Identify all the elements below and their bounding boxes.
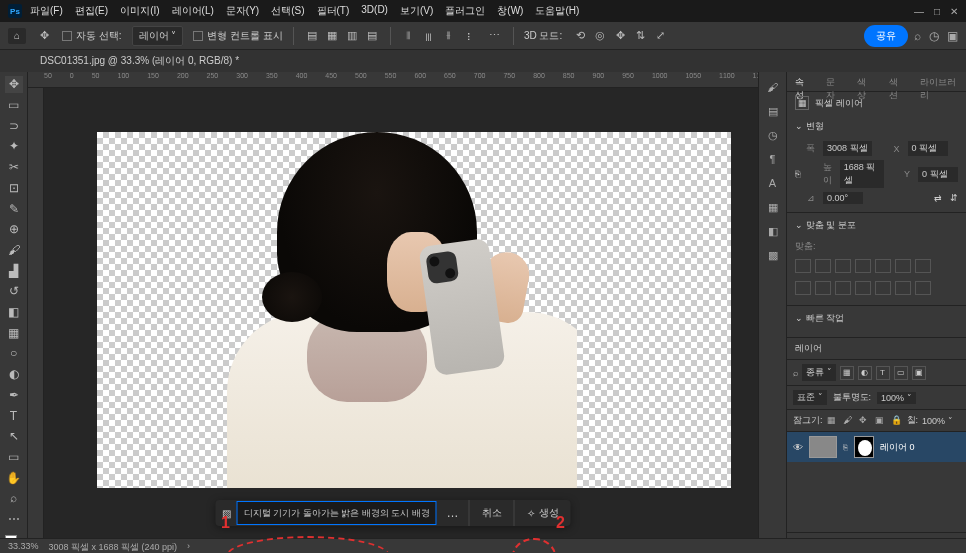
tab-properties[interactable]: 속성 xyxy=(787,72,818,91)
shape-tool[interactable]: ▭ xyxy=(5,449,23,466)
distribute-v-icon[interactable]: ⫼ xyxy=(421,28,437,44)
align-top-icon[interactable] xyxy=(855,259,871,273)
crop-tool[interactable]: ✂ xyxy=(5,159,23,176)
distribute-h-icon[interactable]: ⫶ xyxy=(461,28,477,44)
more-button[interactable]: … xyxy=(437,506,469,520)
cancel-button[interactable]: 취소 xyxy=(469,500,514,526)
align-right-icon[interactable] xyxy=(835,259,851,273)
tab-section[interactable]: 색션 xyxy=(881,72,912,91)
distribute-vcenter-icon[interactable] xyxy=(875,281,891,295)
3d-roll-icon[interactable]: ◎ xyxy=(592,28,608,44)
layers-tab[interactable]: 레이어 xyxy=(787,338,966,360)
fill-value[interactable]: 100% ˅ xyxy=(922,416,953,426)
color-panel-icon[interactable]: ▤ xyxy=(764,102,782,120)
filter-kind-select[interactable]: 종류 ˅ xyxy=(802,364,836,381)
wand-tool[interactable]: ✦ xyxy=(5,138,23,155)
transform-header[interactable]: 변형 xyxy=(787,114,966,139)
zoom-value[interactable]: 33.33% xyxy=(8,541,39,551)
dodge-tool[interactable]: ◐ xyxy=(5,366,23,383)
auto-select-checkbox[interactable] xyxy=(62,31,72,41)
menu-3d[interactable]: 3D(D) xyxy=(361,4,388,18)
brush-tool[interactable]: 🖌 xyxy=(5,242,23,259)
x-value[interactable]: 0 픽셀 xyxy=(908,141,948,156)
align-left-icon[interactable] xyxy=(795,259,811,273)
blur-tool[interactable]: ○ xyxy=(5,345,23,362)
width-value[interactable]: 3008 픽셀 xyxy=(823,141,872,156)
layer-row[interactable]: 👁 ⎘ 레이어 0 xyxy=(787,432,966,462)
lock-transparent-icon[interactable]: ▦ xyxy=(827,415,839,427)
type-tool[interactable]: T xyxy=(5,407,23,424)
layer-type-select[interactable]: 레이어 ˅ xyxy=(132,26,184,46)
share-button[interactable]: 공유 xyxy=(864,25,908,47)
glyphs-panel-icon[interactable]: A xyxy=(764,174,782,192)
angle-value[interactable]: 0.00° xyxy=(823,192,863,204)
menu-view[interactable]: 보기(V) xyxy=(400,4,433,18)
brushes-panel-icon[interactable]: 🖌 xyxy=(764,78,782,96)
eraser-tool[interactable]: ◧ xyxy=(5,304,23,321)
align-right-icon[interactable]: ▥ xyxy=(344,28,360,44)
gradient-tool[interactable]: ▦ xyxy=(5,324,23,341)
flip-h-icon[interactable]: ⇄ xyxy=(934,193,942,203)
tab-colors[interactable]: 색상 xyxy=(849,72,880,91)
history-icon[interactable]: ◷ xyxy=(929,29,939,43)
align-vcenter-icon[interactable] xyxy=(875,259,891,273)
distribute-bottom-icon[interactable]: ⫵ xyxy=(441,28,457,44)
canvas[interactable] xyxy=(44,88,758,552)
lock-position-icon[interactable]: ✥ xyxy=(859,415,871,427)
layer-mask-thumbnail[interactable] xyxy=(854,436,874,458)
menu-image[interactable]: 이미지(I) xyxy=(120,4,159,18)
stamp-tool[interactable]: ▟ xyxy=(5,262,23,279)
y-value[interactable]: 0 픽셀 xyxy=(918,167,958,182)
3d-pan-icon[interactable]: ✥ xyxy=(612,28,628,44)
3d-orbit-icon[interactable]: ⟲ xyxy=(572,28,588,44)
history-brush-tool[interactable]: ↺ xyxy=(5,283,23,300)
edit-toolbar[interactable]: ⋯ xyxy=(5,511,23,528)
lock-all-icon[interactable]: 🔒 xyxy=(891,415,903,427)
menu-file[interactable]: 파일(F) xyxy=(30,4,63,18)
opacity-value[interactable]: 100% ˅ xyxy=(877,392,916,404)
status-chevron-icon[interactable]: › xyxy=(187,541,190,551)
distribute-top-icon[interactable]: ⫴ xyxy=(401,28,417,44)
filter-pixel-icon[interactable]: ▦ xyxy=(840,366,854,380)
paragraph-panel-icon[interactable]: ¶ xyxy=(764,150,782,168)
tab-libraries[interactable]: 라이브러리 xyxy=(912,72,966,91)
align-header[interactable]: 맞춤 및 분포 xyxy=(787,213,966,238)
align-center-h-icon[interactable]: ▦ xyxy=(324,28,340,44)
filter-shape-icon[interactable]: ▭ xyxy=(894,366,908,380)
tab-character[interactable]: 문자 xyxy=(818,72,849,91)
filter-adjust-icon[interactable]: ◐ xyxy=(858,366,872,380)
heal-tool[interactable]: ⊕ xyxy=(5,221,23,238)
distribute-bottom-icon[interactable] xyxy=(895,281,911,295)
hand-tool[interactable]: ✋ xyxy=(5,469,23,486)
show-transform-checkbox[interactable] xyxy=(193,31,203,41)
align-more-icon[interactable] xyxy=(915,259,931,273)
menu-select[interactable]: 선택(S) xyxy=(271,4,304,18)
filter-smart-icon[interactable]: ▣ xyxy=(912,366,926,380)
filter-type-icon[interactable]: T xyxy=(876,366,890,380)
prompt-input[interactable] xyxy=(237,501,437,525)
menu-help[interactable]: 도움말(H) xyxy=(535,4,579,18)
more-align-icon[interactable]: ⋯ xyxy=(487,28,503,44)
visibility-icon[interactable]: 👁 xyxy=(793,442,803,453)
menu-window[interactable]: 창(W) xyxy=(497,4,523,18)
distribute-top-icon[interactable] xyxy=(855,281,871,295)
3d-scale-icon[interactable]: ⤢ xyxy=(652,28,668,44)
distribute-left-icon[interactable] xyxy=(795,281,811,295)
distribute-right-icon[interactable] xyxy=(835,281,851,295)
search-icon[interactable]: ⌕ xyxy=(914,29,921,43)
align-bottom-icon[interactable] xyxy=(895,259,911,273)
quickactions-header[interactable]: 빠른 작업 xyxy=(787,306,966,331)
document-tab[interactable]: DSC01351.jpg @ 33.3% (레이어 0, RGB/8) * xyxy=(32,54,247,68)
menu-plugin[interactable]: 플러그인 xyxy=(445,4,485,18)
patterns-panel-icon[interactable]: ▩ xyxy=(764,246,782,264)
eyedropper-tool[interactable]: ✎ xyxy=(5,200,23,217)
close-icon[interactable]: ✕ xyxy=(950,6,958,17)
3d-slide-icon[interactable]: ⇅ xyxy=(632,28,648,44)
pen-tool[interactable]: ✒ xyxy=(5,387,23,404)
minimize-icon[interactable]: — xyxy=(914,6,924,17)
height-value[interactable]: 1688 픽셀 xyxy=(840,160,884,188)
menu-edit[interactable]: 편집(E) xyxy=(75,4,108,18)
link-icon[interactable]: ⎘ xyxy=(795,169,806,179)
menu-type[interactable]: 문자(Y) xyxy=(226,4,259,18)
layer-name[interactable]: 레이어 0 xyxy=(880,441,915,454)
